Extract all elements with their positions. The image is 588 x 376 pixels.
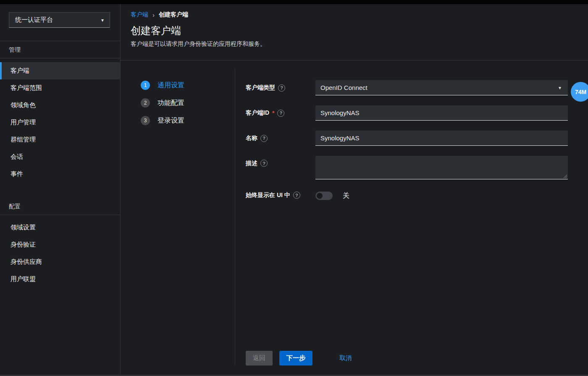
breadcrumb-current: 创建客户端: [159, 11, 188, 18]
field-label-group: 描述 ?: [246, 156, 315, 179]
page-title: 创建客户端: [131, 24, 588, 37]
nav-list-configure: 领域设置 身份验证 身份供应商 用户联盟: [0, 219, 120, 288]
client-id-label: 客户端ID: [246, 109, 269, 117]
name-input[interactable]: SynologyNAS: [315, 131, 568, 146]
nav-section-configure: 配置: [0, 198, 120, 215]
client-type-label: 客户端类型: [246, 84, 275, 92]
form-row-description: 描述 ?: [246, 156, 588, 179]
step-label: 功能配置: [158, 99, 184, 108]
wizard-footer-actions: 返回 下一步 取消: [246, 351, 588, 365]
sidebar-item-realm-roles[interactable]: 领域角色: [0, 97, 120, 114]
description-label: 描述: [246, 160, 257, 167]
help-icon[interactable]: ?: [260, 135, 268, 142]
sidebar-item-sessions[interactable]: 会话: [0, 148, 120, 166]
required-asterisk: *: [272, 110, 274, 116]
field-label-group: 始终显示在 UI 中 ?: [246, 191, 315, 201]
step-number-badge: 3: [141, 116, 150, 125]
name-value: SynologyNAS: [320, 134, 360, 142]
nav-section-manage: 管理: [0, 41, 120, 58]
realm-name: 统一认证平台: [15, 16, 53, 24]
always-display-label: 始终显示在 UI 中: [246, 192, 290, 199]
always-display-toggle[interactable]: [315, 192, 333, 200]
sidebar-item-label: 客户端范围: [10, 84, 42, 92]
sidebar-item-label: 领域设置: [10, 223, 36, 231]
top-window-bar: [0, 0, 588, 4]
divider: [235, 69, 235, 365]
step-label: 登录设置: [158, 116, 184, 125]
form-row-client-type: 客户端类型 ? OpenID Connect ▾: [246, 80, 588, 95]
divider: [0, 58, 120, 58]
field-col: SynologyNAS: [315, 105, 568, 121]
caret-down-icon: ▾: [101, 17, 104, 23]
breadcrumb: 客户端 › 创建客户端: [131, 11, 588, 18]
app-shell: 统一认证平台 ▾ 管理 客户端 客户端范围 领域角色 用户管理 群组管理 会话 …: [0, 4, 588, 376]
wizard-step-capability-config[interactable]: 2 功能配置: [141, 98, 235, 108]
sidebar: 统一认证平台 ▾ 管理 客户端 客户端范围 领域角色 用户管理 群组管理 会话 …: [0, 4, 121, 376]
client-id-input[interactable]: SynologyNAS: [315, 105, 568, 121]
client-type-select[interactable]: OpenID Connect ▾: [315, 80, 568, 95]
breadcrumb-clients-link[interactable]: 客户端: [131, 11, 148, 18]
sidebar-item-label: 领域角色: [10, 101, 36, 109]
extension-badge-74m[interactable]: 74M: [571, 82, 588, 102]
wizard-body: 1 通用设置 2 功能配置 3 登录设置 客户端类型 ?: [121, 60, 588, 376]
client-type-selected-value: OpenID Connect: [320, 84, 368, 91]
field-col: [315, 156, 568, 179]
chevron-right-icon: ›: [152, 11, 155, 18]
form-row-always-display: 始终显示在 UI 中 ? 关: [246, 191, 588, 201]
general-settings-form: 客户端类型 ? OpenID Connect ▾ 客户端ID * ?: [235, 60, 588, 376]
realm-selector-dropdown[interactable]: 统一认证平台 ▾: [9, 12, 110, 28]
field-label-group: 客户端类型 ?: [246, 80, 315, 95]
sidebar-item-realm-settings[interactable]: 领域设置: [0, 219, 120, 236]
sidebar-item-groups[interactable]: 群组管理: [0, 131, 120, 148]
field-label-group: 客户端ID * ?: [246, 105, 315, 121]
field-col: SynologyNAS: [315, 131, 568, 146]
main-content: 客户端 › 创建客户端 创建客户端 客户端是可以请求用户身份验证的应用程序和服务…: [121, 4, 588, 376]
wizard-step-general-settings[interactable]: 1 通用设置: [141, 81, 235, 90]
sidebar-item-users[interactable]: 用户管理: [0, 114, 120, 131]
field-col: OpenID Connect ▾: [315, 80, 568, 95]
cancel-button[interactable]: 取消: [339, 354, 352, 362]
page-header: 客户端 › 创建客户端 创建客户端 客户端是可以请求用户身份验证的应用程序和服务…: [121, 4, 588, 60]
help-icon[interactable]: ?: [277, 110, 284, 117]
sidebar-item-label: 群组管理: [10, 136, 36, 144]
help-icon[interactable]: ?: [260, 160, 268, 167]
sidebar-item-clients[interactable]: 客户端: [0, 62, 120, 79]
step-number-badge: 2: [141, 98, 150, 108]
help-icon[interactable]: ?: [293, 192, 300, 199]
client-id-value: SynologyNAS: [320, 109, 360, 116]
wizard-step-login-settings[interactable]: 3 登录设置: [141, 116, 235, 125]
wizard-steps-nav: 1 通用设置 2 功能配置 3 登录设置: [121, 60, 235, 376]
sidebar-item-label: 身份验证: [10, 241, 36, 249]
field-label-group: 名称 ?: [246, 131, 315, 146]
resize-handle-icon[interactable]: [562, 174, 567, 179]
toggle-state-label: 关: [343, 192, 349, 200]
sidebar-item-label: 客户端: [10, 67, 29, 75]
step-number-badge: 1: [141, 81, 150, 90]
sidebar-item-events[interactable]: 事件: [0, 166, 120, 183]
form-row-client-id: 客户端ID * ? SynologyNAS: [246, 105, 588, 121]
next-button[interactable]: 下一步: [279, 351, 312, 365]
sidebar-item-authentication[interactable]: 身份验证: [0, 236, 120, 253]
back-button[interactable]: 返回: [246, 351, 273, 365]
sidebar-item-user-federation[interactable]: 用户联盟: [0, 271, 120, 288]
caret-down-icon: ▾: [559, 85, 561, 91]
help-icon[interactable]: ?: [278, 84, 285, 92]
toggle-knob: [317, 193, 323, 199]
sidebar-item-label: 用户管理: [10, 118, 36, 126]
sidebar-item-identity-providers[interactable]: 身份供应商: [0, 253, 120, 271]
nav-list-manage: 客户端 客户端范围 领域角色 用户管理 群组管理 会话 事件: [0, 62, 120, 183]
divider: [0, 215, 120, 215]
form-row-name: 名称 ? SynologyNAS: [246, 131, 588, 146]
field-col: 关: [315, 191, 568, 201]
sidebar-item-label: 事件: [10, 170, 23, 178]
sidebar-item-label: 会话: [10, 153, 23, 161]
sidebar-item-client-scopes[interactable]: 客户端范围: [0, 79, 120, 97]
step-label: 通用设置: [158, 81, 184, 90]
page-subtitle: 客户端是可以请求用户身份验证的应用程序和服务。: [131, 40, 588, 48]
sidebar-item-label: 用户联盟: [10, 275, 36, 283]
sidebar-item-label: 身份供应商: [10, 258, 42, 266]
name-label: 名称: [246, 134, 257, 142]
description-textarea[interactable]: [315, 156, 568, 179]
